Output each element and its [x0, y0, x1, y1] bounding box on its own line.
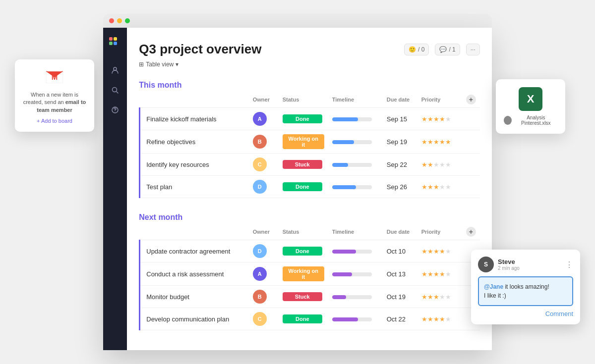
task-name: Develop communication plan: [140, 308, 249, 330]
task-priority: ★★★★★: [417, 130, 462, 154]
svg-point-7: [113, 88, 117, 92]
task-owner: C: [249, 154, 279, 176]
page-title: Q3 project overview: [139, 42, 261, 57]
task-status[interactable]: Done: [279, 176, 328, 198]
task-owner: D: [249, 176, 279, 198]
task-actions: [462, 154, 480, 176]
task-status[interactable]: Done: [279, 240, 328, 262]
task-status[interactable]: Stuck: [279, 286, 328, 308]
comment-body: @Jane it looks amazing!I like it :): [478, 276, 573, 306]
next-month-section: Next month Owner Status Timeline Due dat…: [139, 208, 480, 330]
comment-user-avatar: S: [478, 257, 494, 272]
window-minimize-dot[interactable]: [117, 18, 122, 23]
svg-rect-5: [114, 42, 117, 45]
next-month-label: Next month: [139, 208, 480, 224]
timeline-bar: [332, 185, 356, 189]
task-name: Update contractor agreement: [140, 240, 249, 262]
task-timeline: [328, 308, 383, 330]
col-duedate-header: Due date: [383, 92, 417, 108]
chevron-icon: ▾: [176, 61, 178, 68]
svg-rect-2: [109, 37, 113, 41]
task-priority: ★★★★★: [417, 286, 462, 308]
content-area: Q3 project overview 🙂 / 0 💬 / 1 ··· ⊞ Ta: [103, 28, 492, 350]
task-timeline: [328, 176, 383, 198]
timeline-bar-container: [332, 185, 372, 189]
app-logo: [108, 36, 122, 51]
sidebar-item-person[interactable]: [107, 62, 123, 78]
task-actions: [462, 108, 480, 130]
comments-count: / 1: [449, 46, 455, 53]
table-row[interactable]: Identify key resources C Stuck Sep 22 ★★…: [140, 154, 480, 176]
excel-file-row: Analysis Pinterest.xlsx: [504, 115, 557, 126]
task-due-date: Sep 19: [383, 130, 417, 154]
reactions-icon: 🙂: [409, 46, 416, 53]
task-name: Conduct a risk assessment: [140, 262, 249, 286]
task-priority: ★★★★★: [417, 262, 462, 286]
add-next-month-button[interactable]: +: [466, 227, 476, 237]
task-status[interactable]: Stuck: [279, 154, 328, 176]
timeline-bar-container: [332, 117, 372, 121]
comment-user-info: S Steve 2 min ago: [478, 257, 520, 272]
next-col-owner: Owner: [249, 224, 279, 240]
comments-button[interactable]: 💬 / 1: [435, 44, 460, 55]
add-this-month-button[interactable]: +: [466, 95, 476, 104]
comment-action-button[interactable]: Comment: [478, 310, 573, 317]
task-timeline: [328, 262, 383, 286]
timeline-bar-container: [332, 317, 372, 321]
reactions-count: / 0: [418, 46, 424, 53]
excel-icon: X: [519, 87, 542, 111]
col-priority-header: Priority: [417, 92, 462, 108]
task-timeline: [328, 240, 383, 262]
task-due-date: Sep 22: [383, 154, 417, 176]
more-options-button[interactable]: ···: [466, 44, 480, 55]
sidebar-item-help[interactable]: [107, 102, 123, 118]
status-badge: Done: [283, 114, 322, 123]
timeline-bar: [332, 117, 358, 121]
window-close-dot[interactable]: [109, 18, 114, 23]
excel-card: X Analysis Pinterest.xlsx: [496, 79, 565, 134]
table-row[interactable]: Finalize kickoff materials A Done Sep 15…: [140, 108, 480, 130]
task-name: Refine objectives: [140, 130, 249, 154]
task-priority: ★★★★★: [417, 108, 462, 130]
svg-point-6: [114, 67, 117, 70]
table-header-row: Owner Status Timeline Due date Priority …: [140, 92, 480, 108]
table-row[interactable]: Develop communication plan C Done Oct 22…: [140, 308, 480, 330]
task-owner: D: [249, 240, 279, 262]
comment-more-button[interactable]: ⋮: [565, 260, 573, 269]
window-maximize-dot[interactable]: [125, 18, 130, 23]
status-badge: Done: [283, 182, 322, 191]
task-owner: B: [249, 130, 279, 154]
task-priority: ★★★★★: [417, 240, 462, 262]
table-row[interactable]: Conduct a risk assessment A Working on i…: [140, 262, 480, 286]
add-to-board-link[interactable]: + Add to board: [23, 118, 86, 124]
task-due-date: Oct 13: [383, 262, 417, 286]
next-col-priority: Priority: [417, 224, 462, 240]
timeline-bar-container: [332, 295, 372, 299]
sidebar-item-search[interactable]: [107, 82, 123, 98]
gmail-icon: M: [45, 67, 64, 87]
timeline-bar: [332, 295, 346, 299]
task-status[interactable]: Working on it: [279, 130, 328, 154]
table-row[interactable]: Update contractor agreement D Done Oct 1…: [140, 240, 480, 262]
comment-username: Steve: [498, 258, 520, 265]
task-status[interactable]: Working on it: [279, 262, 328, 286]
task-status[interactable]: Done: [279, 108, 328, 130]
table-row[interactable]: Refine objectives B Working on it Sep 19…: [140, 130, 480, 154]
reactions-button[interactable]: 🙂 / 0: [404, 44, 429, 55]
comments-icon: 💬: [439, 46, 447, 53]
table-row[interactable]: Monitor budget B Stuck Oct 19 ★★★★★: [140, 286, 480, 308]
task-actions: [462, 130, 480, 154]
task-name: Finalize kickoff materials: [140, 108, 249, 130]
page-header: Q3 project overview 🙂 / 0 💬 / 1 ···: [139, 42, 480, 57]
comment-timestamp: 2 min ago: [498, 265, 520, 271]
svg-text:M: M: [52, 73, 58, 81]
view-toggle[interactable]: ⊞ Table view ▾: [139, 61, 480, 68]
task-timeline: [328, 154, 383, 176]
next-col-status: Status: [279, 224, 328, 240]
task-status[interactable]: Done: [279, 308, 328, 330]
table-row[interactable]: Test plan D Done Sep 26 ★★★★★: [140, 176, 480, 198]
task-actions: [462, 176, 480, 198]
col-add-header: +: [462, 92, 480, 108]
task-due-date: Sep 15: [383, 108, 417, 130]
this-month-label: This month: [139, 76, 480, 92]
